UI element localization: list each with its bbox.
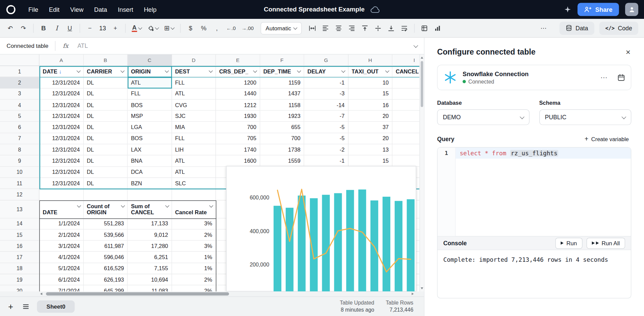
cell-C10[interactable]: DCA — [128, 167, 172, 178]
cell-D12[interactable] — [172, 189, 216, 200]
currency-format-button[interactable]: $ — [185, 22, 197, 35]
cell-A15[interactable]: 2/1/2024 — [39, 229, 84, 241]
cell-C14[interactable]: 17,133 — [128, 218, 172, 229]
filter-header-DATE[interactable]: DATE↓ — [39, 66, 84, 77]
cell-I6[interactable] — [392, 122, 419, 133]
cell-G6[interactable]: -5 — [304, 122, 348, 133]
row-header-9[interactable]: 9 — [0, 156, 39, 167]
cell-C19[interactable]: 10,694 — [128, 274, 172, 285]
flights-chart[interactable]: 600,000400,000200,000 — [226, 166, 416, 291]
filter-header-DEP_TIME[interactable]: DEP_TIME — [260, 66, 304, 77]
cell-C12[interactable] — [128, 189, 172, 200]
sql-code-line[interactable]: select * from rz_us_flights — [456, 148, 631, 159]
cell-G4[interactable]: -14 — [304, 100, 348, 111]
cell-C7[interactable]: BOS — [128, 133, 172, 144]
document-title[interactable]: Connected Spreadsheet Example — [264, 6, 365, 13]
cell-D14[interactable]: 3% — [172, 218, 216, 229]
filter-header-CANCEL[interactable]: CANCEL — [392, 66, 419, 77]
cell-E7[interactable]: 705 — [216, 133, 260, 144]
column-header-B[interactable]: B — [84, 55, 128, 66]
chevron-down-icon[interactable] — [209, 203, 213, 208]
align-center-button[interactable] — [333, 22, 345, 35]
column-header-C[interactable]: C — [128, 55, 172, 66]
cell-B12[interactable] — [84, 189, 128, 200]
cell-D6[interactable]: MIA — [172, 122, 216, 133]
undo-button[interactable]: ↶ — [4, 22, 17, 35]
cell-B11[interactable]: DL — [84, 178, 128, 189]
row-header-14[interactable]: 14 — [0, 218, 39, 229]
cell-I2[interactable] — [392, 77, 419, 88]
sort-descending-icon[interactable]: ↓ — [59, 68, 62, 74]
chevron-down-icon[interactable] — [385, 69, 389, 73]
sheet-tab[interactable]: Sheet0 — [37, 300, 75, 313]
name-box[interactable]: Connected table — [6, 43, 55, 49]
cell-D5[interactable]: SJC — [172, 111, 216, 122]
cell-A6[interactable]: 12/31/2024 — [39, 122, 84, 133]
sql-editor[interactable]: 1 select * from rz_us_flights — [438, 148, 631, 236]
cell-B5[interactable]: DL — [84, 111, 128, 122]
summary-header-0[interactable]: DATE — [39, 200, 84, 218]
column-header-H[interactable]: H — [348, 55, 392, 66]
cell-D15[interactable]: 2% — [172, 229, 216, 241]
run-button[interactable]: Run — [555, 238, 582, 249]
cell-C2[interactable]: ATL — [128, 77, 172, 88]
cell-H3[interactable]: 15 — [348, 88, 392, 99]
row-header-8[interactable]: 8 — [0, 144, 39, 155]
formula-bar-expand-icon[interactable] — [414, 43, 418, 48]
summary-header-3[interactable]: Cancel Rate — [172, 200, 216, 218]
cell-A14[interactable]: 1/1/2024 — [39, 218, 84, 229]
redo-button[interactable]: ↷ — [17, 22, 30, 35]
menu-edit[interactable]: Edit — [44, 0, 65, 19]
cell-B8[interactable]: DL — [84, 144, 128, 155]
app-logo-icon[interactable] — [5, 4, 17, 15]
cell-B15[interactable]: 539,566 — [84, 229, 128, 241]
cell-G3[interactable]: -3 — [304, 88, 348, 99]
cell-D8[interactable]: LIH — [172, 144, 216, 155]
percent-format-button[interactable]: % — [198, 22, 210, 35]
cell-B2[interactable]: DL — [84, 77, 128, 88]
borders-button[interactable]: ⊞ — [162, 22, 176, 35]
cell-C9[interactable]: BNA — [128, 156, 172, 167]
cell-C3[interactable]: FLL — [128, 88, 172, 99]
cell-A20[interactable]: 7/1/2024 — [39, 285, 84, 291]
scroll-left-icon[interactable] — [40, 293, 42, 295]
more-options-button[interactable]: ⋯ — [537, 22, 550, 35]
cell-C6[interactable]: LGA — [128, 122, 172, 133]
cell-E4[interactable]: 1212 — [216, 100, 260, 111]
vertical-align-bottom-button[interactable] — [385, 22, 397, 35]
insert-chart-button[interactable] — [431, 22, 444, 35]
cell-G2[interactable]: -1 — [304, 77, 348, 88]
cell-D2[interactable]: FLL — [172, 77, 216, 88]
cell-E6[interactable]: 700 — [216, 122, 260, 133]
cell-D11[interactable]: SLC — [172, 178, 216, 189]
cell-D7[interactable]: FLL — [172, 133, 216, 144]
row-header-11[interactable]: 11 — [0, 178, 39, 189]
chevron-down-icon[interactable] — [165, 69, 169, 73]
cell-B4[interactable]: DL — [84, 100, 128, 111]
vertical-scroll-thumb[interactable] — [421, 61, 423, 107]
cell-I5[interactable] — [392, 111, 419, 122]
cell-D10[interactable]: ATL — [172, 167, 216, 178]
cell-E2[interactable]: 1200 — [216, 77, 260, 88]
avatar[interactable] — [625, 3, 638, 16]
cell-C8[interactable]: LAX — [128, 144, 172, 155]
cell-A18[interactable]: 5/1/2024 — [39, 263, 84, 274]
cell-E5[interactable]: 1930 — [216, 111, 260, 122]
vertical-scrollbar[interactable] — [419, 55, 424, 291]
cell-D17[interactable]: 1% — [172, 252, 216, 263]
grid-viewport[interactable]: ABCDEFGHI 1DATE↓CARRIERORIGINDESTCRS_DEP… — [0, 55, 419, 291]
summary-header-1[interactable]: Count of ORIGIN — [84, 200, 128, 218]
cell-C17[interactable]: 6,251 — [128, 252, 172, 263]
close-panel-button[interactable]: × — [625, 48, 631, 56]
run-all-button[interactable]: Run All — [586, 238, 625, 249]
cell-A5[interactable]: 12/31/2024 — [39, 111, 84, 122]
cell-A10[interactable]: 12/31/2024 — [39, 167, 84, 178]
chevron-down-icon[interactable] — [77, 203, 81, 208]
decrease-decimals-button[interactable]: ←.0 — [224, 22, 238, 35]
cell-H7[interactable]: 20 — [348, 133, 392, 144]
horizontal-scrollbar[interactable] — [0, 291, 424, 296]
share-button[interactable]: Share — [578, 3, 619, 16]
cell-G7[interactable]: -5 — [304, 133, 348, 144]
cell-C15[interactable]: 9,012 — [128, 229, 172, 241]
filter-header-DEST[interactable]: DEST — [172, 66, 216, 77]
